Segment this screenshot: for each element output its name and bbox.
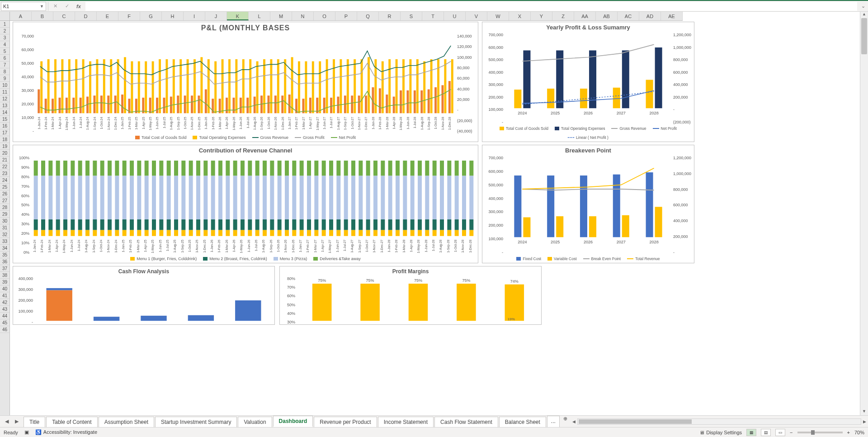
row-header-1[interactable]: 1 xyxy=(0,21,9,28)
row-header-22[interactable]: 22 xyxy=(0,163,9,170)
sheet-tab[interactable]: Title xyxy=(24,417,45,427)
column-header-AD[interactable]: AD xyxy=(639,12,661,20)
macro-record-icon[interactable]: ▣ xyxy=(24,429,29,435)
tab-next-icon[interactable]: ▶ xyxy=(14,418,20,424)
sheet-tab[interactable]: Table of Content xyxy=(46,417,97,427)
view-pagebreak-icon[interactable]: ▭ xyxy=(775,429,785,436)
row-headers[interactable]: 1234567891011121314151617181920212223242… xyxy=(0,21,10,415)
row-header-16[interactable]: 16 xyxy=(0,123,9,129)
row-header-14[interactable]: 14 xyxy=(0,109,9,116)
sheet-tab[interactable]: Startup Investment Summary xyxy=(155,417,237,427)
row-header-41[interactable]: 41 xyxy=(0,292,9,299)
scroll-thumb[interactable] xyxy=(861,18,867,54)
column-header-Z[interactable]: Z xyxy=(552,12,574,20)
column-header-R[interactable]: R xyxy=(379,12,401,20)
column-header-Q[interactable]: Q xyxy=(357,12,379,20)
chart-cashflow[interactable]: Cash Flow Analysis -100,000200,000300,00… xyxy=(13,266,275,325)
row-header-35[interactable]: 35 xyxy=(0,252,9,258)
sheet-tab[interactable]: Valuation xyxy=(238,417,272,427)
column-header-A[interactable]: A xyxy=(10,12,32,20)
row-header-24[interactable]: 24 xyxy=(0,177,9,184)
row-header-11[interactable]: 11 xyxy=(0,89,9,95)
insert-function-icon[interactable]: fx xyxy=(74,2,84,11)
column-header-P[interactable]: P xyxy=(335,12,357,20)
row-header-30[interactable]: 30 xyxy=(0,218,9,224)
new-sheet-icon[interactable]: ⊕ xyxy=(561,416,571,427)
enter-formula-icon[interactable]: ✓ xyxy=(62,2,72,11)
chart-breakeven[interactable]: Breakeven Point -100,000200,000300,00040… xyxy=(482,145,694,263)
sheet-tab[interactable]: Income Statement xyxy=(378,417,434,427)
sheet-tab[interactable]: Cash Flow Statement xyxy=(434,417,498,427)
column-header-M[interactable]: M xyxy=(270,12,292,20)
column-header-K[interactable]: K xyxy=(227,12,249,20)
chart-yearly-pl[interactable]: Yearly Profit & Loss Sumamry -100,000200… xyxy=(482,22,694,142)
accessibility-status[interactable]: ♿Accessibility: Investigate xyxy=(35,429,97,435)
zoom-in-icon[interactable]: + xyxy=(847,430,850,435)
row-header-32[interactable]: 32 xyxy=(0,231,9,238)
row-header-39[interactable]: 39 xyxy=(0,279,9,285)
sheet-tab[interactable]: Revenue per Product xyxy=(314,417,377,427)
cancel-formula-icon[interactable]: ✕ xyxy=(50,2,60,11)
row-header-27[interactable]: 27 xyxy=(0,197,9,204)
sheet-tab[interactable]: Dashboard xyxy=(273,416,313,427)
column-header-G[interactable]: G xyxy=(140,12,162,20)
row-header-12[interactable]: 12 xyxy=(0,95,9,102)
column-header-AE[interactable]: AE xyxy=(661,12,683,20)
chart-pnl-monthly[interactable]: P&L (MONTHLY BASES -10,00020,00030,00040… xyxy=(13,22,478,142)
tab-nav[interactable]: ◀ ▶ xyxy=(0,416,24,427)
row-header-6[interactable]: 6 xyxy=(0,55,9,62)
zoom-slider[interactable] xyxy=(797,432,843,433)
column-header-C[interactable]: C xyxy=(53,12,75,20)
row-header-9[interactable]: 9 xyxy=(0,75,9,82)
column-header-AA[interactable]: AA xyxy=(574,12,596,20)
row-header-13[interactable]: 13 xyxy=(0,102,9,109)
row-header-4[interactable]: 4 xyxy=(0,41,9,48)
display-settings[interactable]: 🖥Display Settings xyxy=(699,430,742,435)
row-header-25[interactable]: 25 xyxy=(0,184,9,190)
sheet-tab[interactable]: Assumption Sheet xyxy=(99,417,154,427)
column-header-AC[interactable]: AC xyxy=(618,12,639,20)
row-header-33[interactable]: 33 xyxy=(0,238,9,245)
column-header-F[interactable]: F xyxy=(118,12,140,20)
chevron-down-icon[interactable]: ▼ xyxy=(40,4,44,9)
row-header-18[interactable]: 18 xyxy=(0,136,9,143)
scroll-right-icon[interactable]: ▶ xyxy=(863,419,866,424)
chart-margins[interactable]: Profit Margins 30%40%50%60%70%80% 75%75%… xyxy=(279,266,542,325)
column-header-U[interactable]: U xyxy=(444,12,466,20)
zoom-level[interactable]: 70% xyxy=(854,430,864,435)
column-header-D[interactable]: D xyxy=(75,12,97,20)
tab-prev-icon[interactable]: ◀ xyxy=(4,418,10,424)
column-header-T[interactable]: T xyxy=(422,12,444,20)
row-header-23[interactable]: 23 xyxy=(0,170,9,177)
row-header-37[interactable]: 37 xyxy=(0,265,9,272)
row-header-8[interactable]: 8 xyxy=(0,68,9,75)
sheet-tab[interactable]: Balance Sheet xyxy=(499,417,546,427)
view-normal-icon[interactable]: ▦ xyxy=(746,429,756,436)
row-header-28[interactable]: 28 xyxy=(0,204,9,211)
row-header-43[interactable]: 43 xyxy=(0,306,9,313)
row-header-26[interactable]: 26 xyxy=(0,190,9,197)
more-tabs[interactable]: ... xyxy=(547,416,560,427)
formula-input[interactable] xyxy=(85,2,857,11)
column-header-N[interactable]: N xyxy=(292,12,314,20)
vertical-scrollbar[interactable]: ▲ ▼ xyxy=(860,12,868,415)
column-header-X[interactable]: X xyxy=(509,12,531,20)
column-header-V[interactable]: V xyxy=(466,12,487,20)
row-header-29[interactable]: 29 xyxy=(0,211,9,218)
scroll-down-icon[interactable]: ▼ xyxy=(860,409,868,415)
column-header-W[interactable]: W xyxy=(487,12,509,20)
column-headers[interactable]: ABCDEFGHIJKLMNOPQRSTUVWXYZAAABACADAE xyxy=(10,12,683,21)
column-header-E[interactable]: E xyxy=(97,12,118,20)
row-header-7[interactable]: 7 xyxy=(0,62,9,68)
row-header-21[interactable]: 21 xyxy=(0,157,9,163)
row-header-5[interactable]: 5 xyxy=(0,48,9,55)
column-header-I[interactable]: I xyxy=(184,12,205,20)
column-header-H[interactable]: H xyxy=(162,12,184,20)
column-header-O[interactable]: O xyxy=(314,12,335,20)
scroll-up-icon[interactable]: ▲ xyxy=(860,12,868,18)
column-header-B[interactable]: B xyxy=(32,12,53,20)
row-header-46[interactable]: 46 xyxy=(0,326,9,333)
row-header-2[interactable]: 2 xyxy=(0,28,9,34)
horizontal-scrollbar[interactable] xyxy=(577,418,861,425)
expand-formula-bar-icon[interactable]: ⌄ xyxy=(859,3,867,9)
